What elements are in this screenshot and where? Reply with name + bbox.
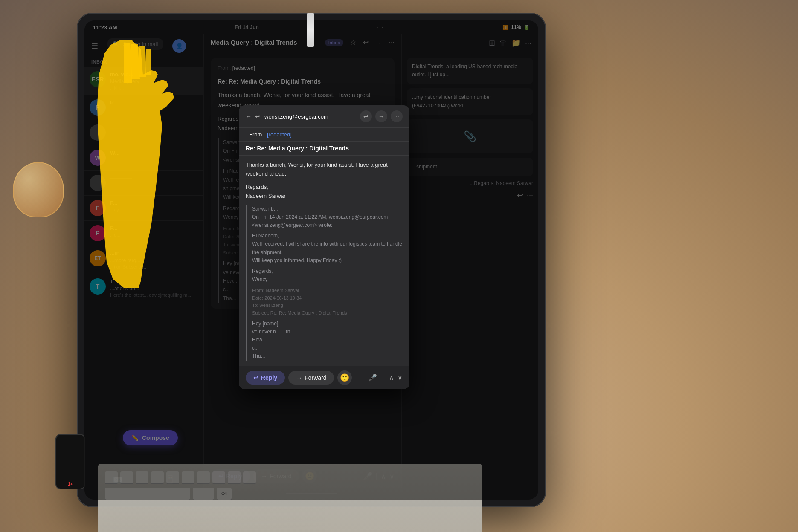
ipad-device: 11:23 AM Fri 14 Jun ··· 📶 11% 🔋 ☰ 🔍 Sear… bbox=[77, 13, 546, 507]
modal-more-action[interactable]: ··· bbox=[391, 110, 403, 122]
oneplus-phone: 1+ bbox=[55, 434, 85, 489]
modal-chevron-down[interactable]: ∨ bbox=[398, 373, 403, 382]
ipad-screen: 11:23 AM Fri 14 Jun ··· 📶 11% 🔋 ☰ 🔍 Sear… bbox=[84, 20, 538, 500]
modal-forward-icon: → bbox=[378, 113, 384, 120]
modal-nested-body: Hey [name], ve never b... ...th How... c… bbox=[252, 320, 403, 361]
modal-body-greeting: Thanks a bunch, Wensi, for your kind ass… bbox=[246, 161, 403, 179]
modal-footer: ↩ Reply → Forward 🙂 🎤 | ∧ ∨ bbox=[239, 366, 409, 389]
modal-nested-headers: From: Nadeem Sarwar Date: 2024-06-13 19:… bbox=[252, 287, 403, 317]
glass-object bbox=[13, 162, 64, 217]
modal-header: ← ↩ wensi.zeng@esrgear.com ↩ → ··· bbox=[239, 105, 409, 128]
modal-reply-icon: ↩ bbox=[363, 113, 369, 120]
modal-subject: Re: Re: Media Query : Digital Trends bbox=[239, 142, 409, 156]
apple-pencil bbox=[307, 13, 314, 47]
modal-emoji-button[interactable]: 🙂 bbox=[337, 370, 352, 385]
modal-mic-button[interactable]: 🎤 bbox=[369, 373, 377, 382]
modal-chevron-up[interactable]: ∧ bbox=[389, 373, 394, 382]
modal-body-regards: Regards, Nadeem Sarwar bbox=[246, 183, 403, 201]
modal-overlay[interactable]: ← ↩ wensi.zeng@esrgear.com ↩ → ··· bbox=[84, 20, 538, 500]
modal-from-field: From [redacted] bbox=[239, 128, 409, 142]
oneplus-logo: 1+ bbox=[68, 482, 73, 486]
modal-action-buttons: ↩ → ··· bbox=[360, 110, 403, 122]
modal-quoted-block: Sarwan b... On Fri, 14 Jun 2024 at 11:22… bbox=[246, 205, 403, 361]
reply-modal: ← ↩ wensi.zeng@esrgear.com ↩ → ··· bbox=[239, 105, 409, 389]
from-field-label: From bbox=[249, 131, 262, 138]
modal-forward-action[interactable]: → bbox=[375, 110, 387, 122]
modal-emoji-icon: 🙂 bbox=[340, 373, 349, 382]
modal-divider: | bbox=[382, 374, 384, 382]
modal-reply-action[interactable]: ↩ bbox=[360, 110, 372, 122]
modal-compose-content[interactable]: Thanks a bunch, Wensi, for your kind ass… bbox=[239, 156, 409, 365]
modal-quoted-regards: Regards, Wency bbox=[252, 267, 403, 283]
modal-footer-reply-icon: ↩ bbox=[253, 374, 258, 381]
from-field-value: [redacted] bbox=[267, 131, 292, 138]
modal-body: From [redacted] Re: Re: Media Query : Di… bbox=[239, 128, 409, 365]
modal-recipient-address: wensi.zeng@esrgear.com bbox=[264, 113, 356, 120]
modal-footer-forward-icon: → bbox=[296, 374, 302, 381]
modal-reply-button[interactable]: ↩ Reply bbox=[246, 371, 285, 385]
modal-footer-reply-label: Reply bbox=[261, 374, 277, 381]
back-arrow-icon: ← bbox=[246, 113, 252, 120]
reply-modal-reply-icon: ↩ bbox=[255, 113, 260, 120]
modal-more-icon: ··· bbox=[394, 113, 399, 120]
modal-footer-forward-label: Forward bbox=[305, 374, 326, 381]
modal-forward-button[interactable]: → Forward bbox=[288, 371, 334, 385]
